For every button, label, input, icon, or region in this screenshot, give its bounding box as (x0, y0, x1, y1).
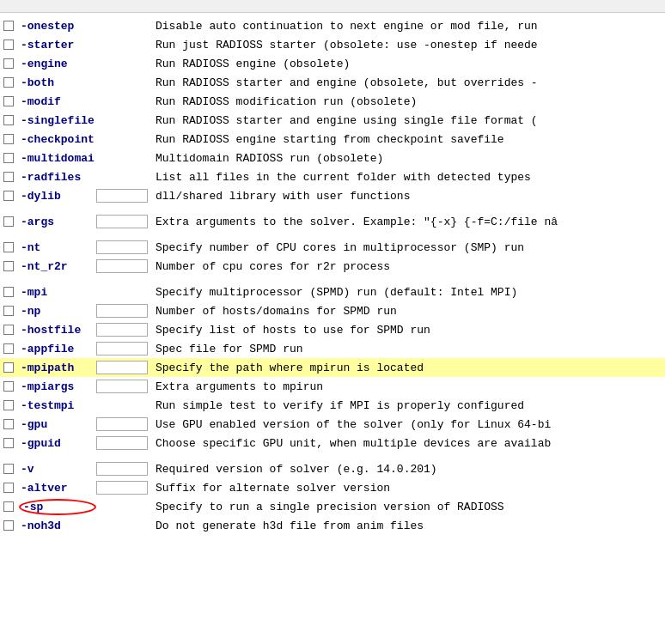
option-description: Run just RADIOSS starter (obsolete: use … (152, 39, 662, 52)
option-input[interactable] (96, 417, 148, 431)
page-header (0, 0, 665, 13)
option-input[interactable] (96, 259, 148, 273)
option-description: Run RADIOSS engine starting from checkpo… (152, 133, 662, 146)
list-item: -mpiSpecify multiprocessor (SPMD) run (d… (0, 283, 665, 301)
option-description: Use GPU enabled version of the solver (o… (152, 418, 662, 431)
option-checkbox[interactable] (3, 419, 14, 429)
option-checkbox[interactable] (3, 520, 14, 531)
option-name: -appfile (19, 343, 96, 355)
option-input[interactable] (96, 323, 148, 337)
option-name: -hostfile (19, 324, 96, 337)
option-checkbox[interactable] (3, 483, 14, 493)
option-description: Disable auto continuation to next engine… (152, 20, 662, 33)
list-item: -noh3dDo not generate h3d file from anim… (0, 516, 665, 535)
list-item (0, 453, 665, 459)
option-checkbox[interactable] (3, 58, 14, 69)
option-checkbox[interactable] (3, 501, 14, 512)
option-description: Extra arguments to mpirun (152, 380, 662, 393)
option-name: -modif (19, 95, 96, 108)
list-item: -modifRun RADIOSS modification run (obso… (0, 92, 665, 111)
option-name: -engine (19, 58, 96, 70)
option-name: -both (19, 76, 96, 89)
option-description: Run RADIOSS starter and engine (obsolete… (152, 76, 662, 89)
option-input[interactable] (96, 380, 148, 393)
list-item: -checkpointRun RADIOSS engine starting f… (0, 130, 665, 149)
list-item: -nt_r2rNumber of cpu cores for r2r proce… (0, 257, 665, 276)
option-checkbox[interactable] (3, 464, 14, 474)
option-input[interactable] (96, 215, 148, 228)
option-checkbox[interactable] (3, 438, 14, 448)
option-checkbox[interactable] (3, 21, 14, 31)
option-input[interactable] (96, 481, 148, 495)
option-checkbox[interactable] (3, 172, 14, 182)
list-item: -engineRun RADIOSS engine (obsolete) (0, 54, 665, 73)
option-checkbox[interactable] (3, 306, 14, 316)
option-description: Number of hosts/domains for SPMD run (152, 305, 662, 318)
list-item: -dylibdll/shared library with user funct… (0, 186, 665, 205)
option-checkbox[interactable] (3, 242, 14, 252)
option-description: Choose specific GPU unit, when multiple … (152, 437, 662, 450)
option-name: -mpi (19, 286, 96, 299)
option-checkbox[interactable] (3, 261, 14, 271)
option-input[interactable] (96, 436, 148, 450)
option-checkbox[interactable] (3, 287, 14, 297)
list-item (0, 276, 665, 283)
option-name: -multidomai (19, 152, 96, 165)
option-checkbox[interactable] (3, 39, 14, 50)
option-name: -sp (19, 499, 96, 515)
option-checkbox[interactable] (3, 115, 14, 125)
option-name: -nt_r2r (19, 260, 96, 273)
option-checkbox[interactable] (3, 400, 14, 410)
list-item: -npNumber of hosts/domains for SPMD run (0, 301, 665, 320)
option-input[interactable] (96, 304, 148, 318)
option-checkbox[interactable] (3, 362, 14, 373)
option-description: Run simple test to verify if MPI is prop… (152, 399, 662, 412)
option-description: Number of cpu cores for r2r process (152, 260, 662, 273)
list-item: -appfileSpec file for SPMD run (0, 339, 665, 358)
option-input[interactable] (96, 361, 148, 374)
option-description: dll/shared library with user functions (152, 190, 662, 203)
option-input[interactable] (96, 189, 148, 203)
option-name: -mpipath (19, 361, 96, 374)
list-item: -spSpecify to run a single precision ver… (0, 497, 665, 516)
list-item: -mpiargsExtra arguments to mpirun (0, 377, 665, 396)
option-description: Run RADIOSS engine (obsolete) (152, 58, 662, 70)
option-name: -onestep (19, 20, 96, 33)
list-item: -vRequired version of solver (e.g. 14.0.… (0, 459, 665, 478)
option-name: -dylib (19, 190, 96, 203)
list-item: -mpipathSpecify the path where mpirun is… (0, 358, 665, 377)
option-description: Do not generate h3d file from anim files (152, 519, 662, 532)
option-description: Specify multiprocessor (SPMD) run (defau… (152, 286, 662, 299)
option-description: Run RADIOSS modification run (obsolete) (152, 95, 662, 108)
list-item: -argsExtra arguments to the solver. Exam… (0, 212, 665, 231)
option-checkbox[interactable] (3, 96, 14, 106)
option-description: Suffix for alternate solver version (152, 482, 662, 495)
option-description: List all files in the current folder wit… (152, 171, 662, 184)
list-item: -testmpiRun simple test to verify if MPI… (0, 396, 665, 415)
list-item: -hostfileSpecify list of hosts to use fo… (0, 320, 665, 339)
option-description: Run RADIOSS starter and engine using sin… (152, 114, 662, 127)
option-name: -altver (19, 482, 96, 495)
list-item: -radfilesList all files in the current f… (0, 167, 665, 186)
option-checkbox[interactable] (3, 153, 14, 163)
option-name: -noh3d (19, 519, 96, 532)
option-input[interactable] (96, 240, 148, 254)
option-checkbox[interactable] (3, 216, 14, 227)
option-checkbox[interactable] (3, 77, 14, 88)
option-name: -radfiles (19, 171, 96, 184)
option-input[interactable] (96, 462, 148, 476)
option-checkbox[interactable] (3, 343, 14, 354)
list-item: -ntSpecify number of CPU cores in multip… (0, 238, 665, 257)
list-item: -gpuUse GPU enabled version of the solve… (0, 415, 665, 434)
option-description: Specify number of CPU cores in multiproc… (152, 241, 662, 254)
option-description: Multidomain RADIOSS run (obsolete) (152, 152, 662, 165)
option-name: -args (19, 216, 96, 228)
option-checkbox[interactable] (3, 381, 14, 392)
option-checkbox[interactable] (3, 191, 14, 201)
option-input[interactable] (96, 342, 148, 355)
option-name: -nt (19, 241, 96, 254)
option-name: -singlefile (19, 114, 96, 127)
list-item: -gpuidChoose specific GPU unit, when mul… (0, 434, 665, 453)
option-checkbox[interactable] (3, 325, 14, 335)
option-checkbox[interactable] (3, 134, 14, 144)
